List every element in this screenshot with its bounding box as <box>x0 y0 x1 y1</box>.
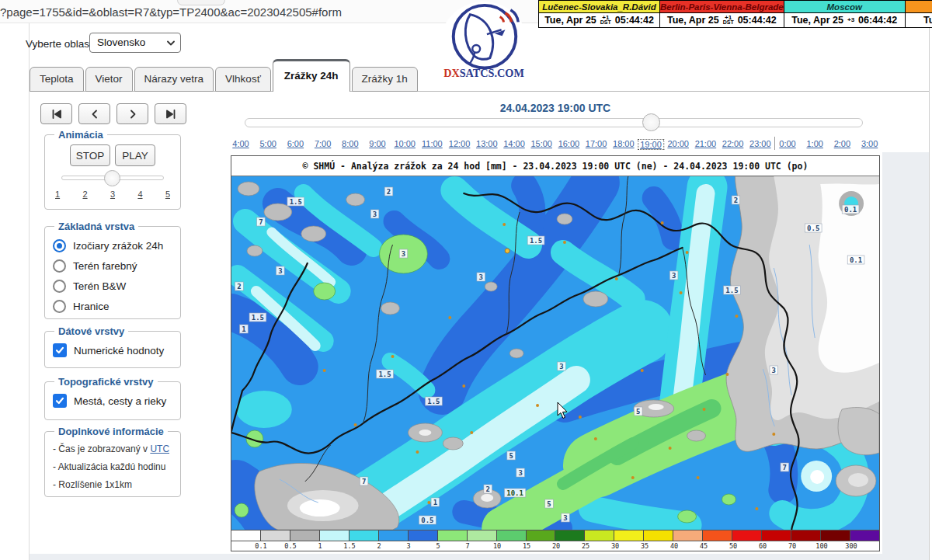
timeline-slider[interactable] <box>245 118 863 127</box>
clock-hms: 05:44:42 <box>615 15 654 26</box>
svg-text:3: 3 <box>563 514 567 522</box>
legend-label: 0.5 <box>284 542 296 550</box>
time-link-13-00[interactable]: 13:00 <box>476 139 498 148</box>
tab-teplota[interactable]: Teplota <box>30 67 84 92</box>
time-link-4-00[interactable]: 4:00 <box>232 139 249 148</box>
time-link-12-00[interactable]: 12:00 <box>449 139 471 148</box>
base-layer-option-3[interactable]: Hranice <box>53 297 174 315</box>
tab-zrazky-1h[interactable]: Zrážky 1h <box>352 67 418 92</box>
time-link-16-00[interactable]: 16:00 <box>558 139 580 148</box>
step-back-button[interactable] <box>78 103 110 124</box>
svg-text:1.5: 1.5 <box>378 370 391 378</box>
timeline-slider-thumb[interactable] <box>642 113 660 131</box>
background-bottom <box>30 554 882 560</box>
time-link-6-00[interactable]: 6:00 <box>287 139 304 148</box>
time-link-5-00[interactable]: 5:00 <box>259 139 276 148</box>
check-icon <box>55 346 64 355</box>
clock: Berlin-Paris-Vienna-BelgradeTue, Apr 25+… <box>659 0 784 29</box>
time-link-7-00[interactable]: 7:00 <box>315 139 331 148</box>
time-link-10-00[interactable]: 10:00 <box>394 139 416 148</box>
time-link-8-00[interactable]: 8:00 <box>342 139 358 148</box>
tab-vietor[interactable]: Vietor <box>85 67 133 92</box>
legend-swatch <box>496 530 526 541</box>
checkbox-indicator <box>53 394 67 408</box>
step-fwd-button[interactable] <box>116 103 148 124</box>
time-link-0-00[interactable]: 0:00 <box>779 139 795 148</box>
time-link-11-00[interactable]: 11:00 <box>422 139 443 148</box>
data-layers-option-0[interactable]: Numerické hodnoty <box>53 342 174 359</box>
svg-text:0.1: 0.1 <box>850 256 862 264</box>
svg-text:2: 2 <box>387 188 391 196</box>
time-link-21-00[interactable]: 21:00 <box>695 139 717 148</box>
tab-narazy-vetra[interactable]: Nárazy vetra <box>134 67 214 92</box>
clock-time-row: Tue, Apr 25+1DST05:44:42 <box>659 13 784 28</box>
clock-city-label: Moscow <box>784 0 906 13</box>
legend-label: 5 <box>436 542 440 550</box>
base-layer-option-2[interactable]: Terén B&W <box>53 277 174 294</box>
dst-label: DST <box>600 20 611 25</box>
base-layer-option-1[interactable]: Terén farebný <box>53 257 174 274</box>
map-title: © SHMÚ - Analýza zrážok za 24 hod [mm] -… <box>231 156 879 176</box>
step-last-button[interactable] <box>155 103 186 124</box>
time-link-15-00[interactable]: 15:00 <box>530 139 552 148</box>
step-first-button[interactable] <box>40 103 72 124</box>
svg-text:3: 3 <box>278 267 282 275</box>
tab-bar: TeplotaVietorNárazy vetraVlhkosťZrážky 2… <box>30 59 419 92</box>
speed-link-2[interactable]: 2 <box>82 190 87 199</box>
base-layer-option-0[interactable]: Izočiary zrážok 24h <box>53 237 174 254</box>
precip-legend-labels: 0.10.511.5235710152025303540455060701003… <box>231 541 879 550</box>
timeline-title: 24.04.2023 19:00 UTC <box>233 102 878 114</box>
speed-slider[interactable] <box>61 176 164 180</box>
time-link-2-00[interactable]: 2:00 <box>834 139 850 148</box>
cyan-blob <box>236 391 292 428</box>
svg-text:10.1: 10.1 <box>506 489 523 497</box>
speed-link-1[interactable]: 1 <box>55 190 60 199</box>
city-dot <box>505 249 509 253</box>
speed-link-3[interactable]: 3 <box>110 190 115 199</box>
satellite-dish-icon: DXSATCS.COM <box>441 2 527 81</box>
background-right <box>882 152 929 560</box>
svg-text:7: 7 <box>259 218 263 226</box>
clock-hms: 06:44:42 <box>858 15 897 26</box>
clock-time-row: Tue, Apr 25+1DST05:44:42 <box>538 13 660 28</box>
time-link-17-00[interactable]: 17:00 <box>586 139 607 148</box>
speed-slider-thumb[interactable] <box>104 170 120 186</box>
time-link-19-00[interactable]: 19:00 <box>638 139 664 150</box>
svg-text:3: 3 <box>559 363 563 370</box>
step-back-icon <box>89 109 100 120</box>
time-link-18-00[interactable]: 18:00 <box>613 139 635 148</box>
time-link-9-00[interactable]: 9:00 <box>369 139 385 148</box>
tab-zrazky-24h[interactable]: Zrážky 24h <box>273 59 350 92</box>
time-link-14-00[interactable]: 14:00 <box>503 139 525 148</box>
step-last-icon <box>165 109 176 120</box>
info-line-utc: - Čas je zobrazovaný v UTC <box>53 441 174 457</box>
topo-layers-option-0[interactable]: Mestá, cesty a rieky <box>53 392 174 409</box>
radio-indicator <box>53 239 66 252</box>
utc-link[interactable]: UTC <box>150 443 169 454</box>
speed-link-5[interactable]: 5 <box>165 190 170 199</box>
svg-text:3: 3 <box>772 367 776 374</box>
info-legend: Doplnkové informácie <box>54 426 168 437</box>
clock-date: Tue, Apr 25 <box>544 15 596 26</box>
time-link-20-00[interactable]: 20:00 <box>667 139 689 148</box>
clock-city-label: Berlin-Paris-Vienna-Belgrade <box>659 0 784 13</box>
legend-swatch <box>378 530 408 541</box>
base-layer-legend: Základná vrstva <box>54 221 138 232</box>
svg-text:1.5: 1.5 <box>290 198 302 206</box>
speed-link-4[interactable]: 4 <box>137 190 142 199</box>
time-link-1-00[interactable]: 1:00 <box>806 139 822 148</box>
legend-swatch <box>555 530 584 541</box>
region-select[interactable]: Slovensko <box>89 33 181 53</box>
svg-text:3: 3 <box>402 250 405 258</box>
legend-swatch <box>614 530 643 541</box>
time-link-3-00[interactable]: 3:00 <box>861 139 878 148</box>
svg-text:0.5: 0.5 <box>421 517 433 524</box>
tab-vlhkost[interactable]: Vlhkosť <box>215 67 271 92</box>
precip-legend <box>231 530 879 541</box>
legend-swatch <box>408 530 437 541</box>
radio-indicator <box>53 259 66 273</box>
svg-text:0.5: 0.5 <box>807 224 819 232</box>
time-link-23-00[interactable]: 23:00 <box>749 139 771 148</box>
time-link-22-00[interactable]: 22:00 <box>722 139 744 148</box>
legend-swatch <box>761 530 791 541</box>
